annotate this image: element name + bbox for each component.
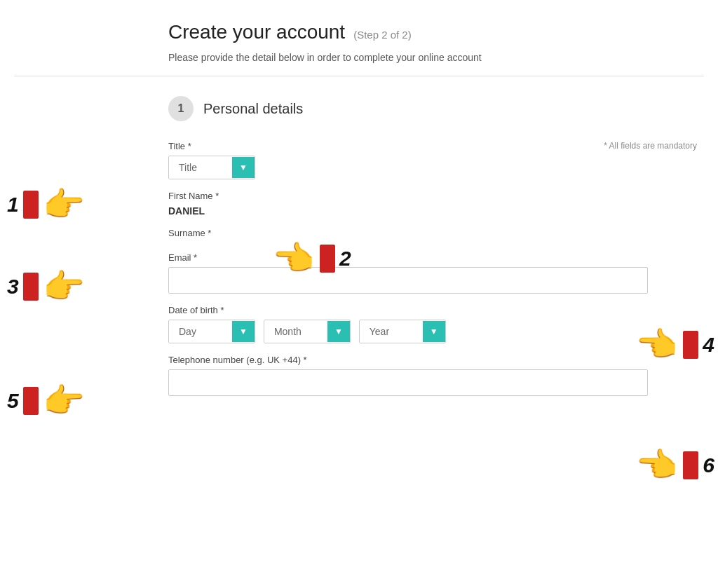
- telephone-field-group: Telephone number (e.g. UK +44) *: [168, 355, 648, 396]
- pointer-3-number: 3: [7, 275, 19, 299]
- step-circle: 1: [168, 96, 194, 121]
- year-dropdown-arrow[interactable]: ▼: [423, 321, 445, 342]
- surname-field-group: Surname *: [168, 228, 648, 238]
- email-field-group: Email *: [168, 252, 648, 294]
- pointer-6-number: 6: [703, 453, 714, 477]
- pointer-2-number: 2: [339, 247, 351, 271]
- firstname-value: DANIEL: [168, 205, 648, 217]
- pointer-1-block: [23, 191, 39, 219]
- pointer-2-block: [320, 245, 335, 273]
- pointer-2: 👉 2: [273, 242, 351, 275]
- pointer-6: 👉 6: [637, 449, 714, 482]
- pointer-2-arrow: 👉: [273, 242, 316, 275]
- pointer-1-arrow: 👉: [43, 188, 85, 221]
- year-select-wrapper[interactable]: Year ▼: [359, 320, 446, 343]
- month-select-text: Month: [264, 320, 327, 343]
- section-header: 1 Personal details: [14, 96, 704, 121]
- pointer-6-arrow: 👉: [637, 449, 679, 482]
- title-select-wrapper[interactable]: Title ▼: [168, 156, 255, 179]
- pointer-5-block: [23, 387, 39, 415]
- dob-field-group: Date of birth * Day ▼ Month ▼ Year ▼: [168, 305, 648, 343]
- pointer-6-block: [683, 451, 698, 479]
- title-text: Create your account: [168, 21, 345, 43]
- pointer-3-block: [23, 273, 39, 301]
- pointer-4-arrow: 👉: [637, 328, 679, 362]
- pointer-5-arrow: 👉: [43, 384, 85, 418]
- pointer-4-number: 4: [703, 333, 714, 357]
- email-label: Email *: [168, 252, 648, 263]
- pointer-1: 1 👉: [7, 188, 85, 221]
- day-dropdown-arrow[interactable]: ▼: [232, 321, 255, 342]
- month-dropdown-arrow[interactable]: ▼: [327, 321, 350, 342]
- pointer-3: 3 👉: [7, 270, 85, 303]
- page-title: Create your account (Step 2 of 2): [14, 21, 704, 43]
- surname-label: Surname *: [168, 228, 648, 238]
- dob-label: Date of birth *: [168, 305, 648, 315]
- title-dropdown-arrow[interactable]: ▼: [232, 157, 255, 178]
- title-select-text: Title: [169, 156, 232, 179]
- year-select-text: Year: [360, 320, 423, 343]
- section-title: Personal details: [203, 101, 303, 117]
- pointer-5: 5 👉: [7, 384, 85, 418]
- divider: [14, 76, 704, 76]
- month-select-wrapper[interactable]: Month ▼: [264, 320, 351, 343]
- telephone-input[interactable]: [168, 369, 648, 396]
- pointer-4: 👉 4: [637, 328, 714, 362]
- pointer-1-number: 1: [7, 193, 19, 217]
- pointer-5-number: 5: [7, 389, 19, 413]
- day-select-text: Day: [169, 320, 232, 343]
- firstname-label: First Name *: [168, 191, 648, 201]
- title-label: Title *: [168, 141, 648, 151]
- telephone-label: Telephone number (e.g. UK +44) *: [168, 355, 648, 365]
- day-select-wrapper[interactable]: Day ▼: [168, 320, 255, 343]
- form-area: * All fields are mandatory Title * Title…: [14, 141, 704, 396]
- firstname-field-group: First Name * DANIEL: [168, 191, 648, 217]
- pointer-4-block: [683, 331, 698, 359]
- email-input[interactable]: [168, 267, 648, 294]
- mandatory-note: * All fields are mandatory: [604, 141, 697, 151]
- step-info: (Step 2 of 2): [353, 29, 412, 41]
- page-subtitle: Please provide the detail below in order…: [14, 52, 704, 63]
- title-field-group: Title * Title ▼: [168, 141, 648, 179]
- pointer-3-arrow: 👉: [43, 270, 85, 303]
- dob-row: Day ▼ Month ▼ Year ▼: [168, 320, 648, 343]
